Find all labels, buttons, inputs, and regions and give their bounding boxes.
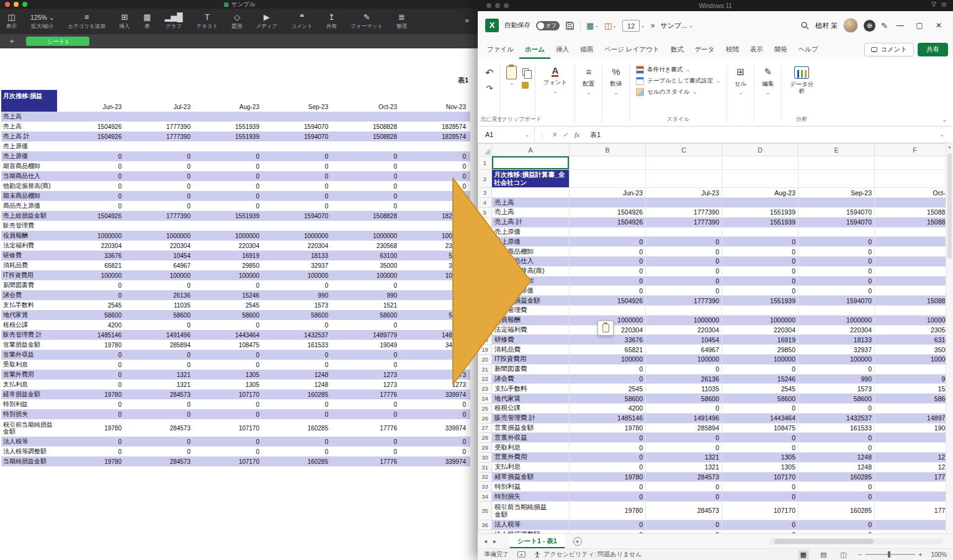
cell[interactable]: [570, 156, 646, 170]
column-header[interactable]: Jun-23: [57, 90, 126, 112]
cell[interactable]: 58600: [646, 394, 722, 404]
cell[interactable]: 0: [570, 364, 646, 374]
cell[interactable]: 0: [401, 360, 470, 370]
row-label-cell[interactable]: 租税公課: [492, 403, 570, 413]
toolbar-item-media[interactable]: ▶メディア: [256, 12, 277, 30]
cell[interactable]: 1504926: [570, 208, 646, 218]
cell[interactable]: 100000: [570, 355, 646, 365]
row-header[interactable]: 35: [478, 501, 492, 520]
cell[interactable]: [799, 227, 875, 237]
cell[interactable]: 1491496: [126, 330, 195, 340]
cell[interactable]: [401, 112, 470, 122]
cell[interactable]: 0: [264, 437, 333, 447]
cell[interactable]: 1551939: [195, 211, 264, 221]
cell[interactable]: 19780: [570, 501, 646, 520]
cell[interactable]: 55000: [401, 251, 470, 260]
vm-dropdown-icon[interactable]: ∇: [931, 1, 936, 9]
cell[interactable]: 284573: [646, 472, 722, 482]
cell[interactable]: 0: [722, 276, 799, 286]
toolbar-item-shape[interactable]: ◇図形: [231, 12, 242, 30]
cell[interactable]: 1485146: [57, 330, 126, 340]
cell[interactable]: 17776: [875, 472, 953, 482]
row-label-cell[interactable]: 売上高: [492, 208, 570, 218]
cell[interactable]: 2545: [195, 300, 264, 310]
cell[interactable]: 0: [57, 370, 126, 380]
cell[interactable]: 1432537: [799, 413, 875, 423]
toolbar-item-share[interactable]: ↥共有: [326, 12, 337, 30]
cell[interactable]: [195, 112, 264, 122]
column-header-A[interactable]: A: [492, 144, 570, 156]
row-label-cell[interactable]: 当期商品仕入: [492, 257, 570, 267]
ribbon-tab-開発[interactable]: 開発: [769, 41, 793, 59]
table-title-cell[interactable]: 月次推移:損益計算書_全社会社コン: [492, 170, 570, 188]
macro-record-icon[interactable]: [517, 551, 526, 558]
cell[interactable]: 33676: [57, 251, 126, 260]
cell[interactable]: 0: [722, 482, 799, 492]
cell[interactable]: 0: [722, 266, 799, 276]
cell[interactable]: 0: [126, 201, 195, 211]
row-label-cell[interactable]: 地代家賃: [1, 310, 57, 320]
cell[interactable]: 0: [570, 257, 646, 267]
row-header[interactable]: 36: [478, 520, 492, 530]
cell[interactable]: 15246: [722, 374, 799, 384]
cell[interactable]: 0: [57, 437, 126, 447]
row-label-cell[interactable]: 経常損益金額: [1, 389, 57, 399]
maximize-button[interactable]: ▢: [913, 21, 926, 30]
cell[interactable]: 1551939: [722, 217, 799, 227]
cell[interactable]: 0: [722, 403, 799, 413]
cell[interactable]: 17776: [333, 456, 401, 466]
cell[interactable]: 0: [646, 364, 722, 374]
autosave-toggle[interactable]: オフ: [536, 21, 560, 30]
cell[interactable]: 1504926: [57, 131, 126, 141]
row-header[interactable]: 34: [478, 492, 492, 502]
cell[interactable]: 35000: [875, 345, 953, 355]
cell[interactable]: 2545: [722, 384, 799, 394]
cell[interactable]: 0: [875, 286, 953, 296]
toolbar-overflow-icon[interactable]: »: [465, 16, 469, 25]
cell[interactable]: 160285: [799, 501, 875, 520]
cell[interactable]: 0: [264, 350, 333, 360]
cell[interactable]: 284573: [646, 501, 722, 520]
row-label-cell[interactable]: 法人税等調整額: [1, 447, 57, 456]
cell[interactable]: 1000000: [264, 231, 333, 241]
cell[interactable]: 0: [57, 161, 126, 171]
row-label-cell[interactable]: 当期純損益金額: [1, 456, 57, 466]
cell[interactable]: 17776: [333, 419, 401, 437]
cell[interactable]: [722, 306, 799, 316]
cell[interactable]: 284573: [126, 419, 195, 437]
row-label-cell[interactable]: 売上原価: [1, 151, 57, 161]
cell[interactable]: 160285: [264, 419, 333, 437]
cell[interactable]: 0: [264, 191, 333, 201]
column-header-B[interactable]: B: [570, 144, 646, 156]
cell[interactable]: [722, 227, 799, 237]
row-header[interactable]: 20: [478, 355, 492, 365]
cell[interactable]: 0: [875, 482, 953, 492]
cell[interactable]: 0: [875, 257, 953, 267]
zoom-in-icon[interactable]: +: [919, 551, 923, 558]
cell[interactable]: 1000000: [401, 231, 470, 241]
cell[interactable]: 0: [646, 266, 722, 276]
row-header[interactable]: 29: [478, 443, 492, 453]
cell[interactable]: 18133: [799, 335, 875, 345]
alignment-group[interactable]: ≡ 配置 ⌄: [576, 61, 601, 126]
cell[interactable]: 0: [401, 151, 470, 161]
cell[interactable]: 220304: [799, 325, 875, 335]
row-label-cell[interactable]: 売上高: [1, 112, 57, 122]
cell[interactable]: [722, 170, 799, 188]
cell[interactable]: 0: [875, 266, 953, 276]
cell[interactable]: 990: [799, 374, 875, 384]
cell[interactable]: 1000000: [722, 315, 799, 325]
row-label-cell[interactable]: 他勘定振替高(商): [492, 266, 570, 276]
cell[interactable]: 0: [722, 520, 799, 530]
cell[interactable]: 0: [401, 191, 470, 201]
row-label-cell[interactable]: 支払手数料: [1, 300, 57, 310]
cell[interactable]: 0: [799, 443, 875, 453]
ribbon-tab-データ[interactable]: データ: [689, 41, 720, 59]
row-header[interactable]: 32: [478, 472, 492, 482]
cell[interactable]: 16919: [195, 251, 264, 260]
cell[interactable]: 0: [333, 161, 401, 171]
cell[interactable]: 230568: [875, 325, 953, 335]
cell[interactable]: 100000: [722, 355, 799, 365]
row-header[interactable]: 22: [478, 374, 492, 384]
cell[interactable]: 0: [126, 151, 195, 161]
